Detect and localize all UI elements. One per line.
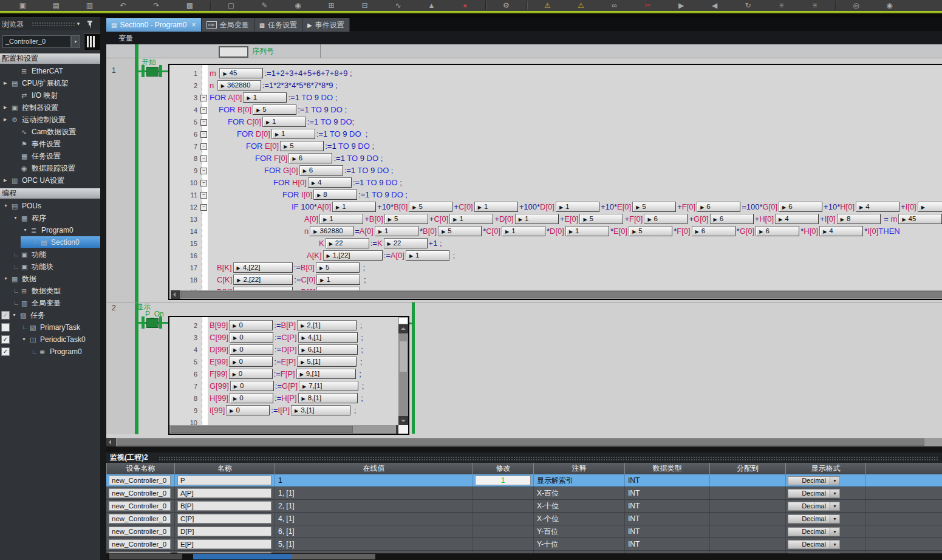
dropdown-arrow-icon[interactable]: ▼ — [830, 528, 839, 536]
watch-row-A[P][interactable]: new_Controller_0A[P]1, [1]X-百位INTDecimal… — [106, 487, 942, 500]
variables-bar[interactable]: 变量 — [106, 32, 942, 44]
monitor-value-box[interactable]: ▶6 — [710, 214, 754, 224]
zoom-out-icon[interactable]: ⊟ — [348, 0, 381, 11]
search-icon[interactable]: ◉ — [281, 0, 315, 11]
tree-expand-icon[interactable]: ▼ — [22, 333, 26, 346]
monitor-value-box[interactable]: ▶1 — [565, 226, 609, 236]
monitor-value-box[interactable]: ▶5 — [632, 202, 676, 212]
new-icon[interactable]: ▢ — [214, 0, 248, 11]
variable-name-cell[interactable]: C[P] — [177, 514, 271, 524]
sidebar-item-全局变量[interactable]: ∟▥全局变量 — [0, 297, 100, 309]
sidebar-item-数据[interactable]: ▼▦数据 — [0, 273, 100, 285]
sidebar-item-Program0[interactable]: ▼≣Program0 — [0, 224, 100, 236]
watch-hscrollbar[interactable] — [106, 553, 942, 560]
monitor-value-box[interactable]: ▶5 — [253, 104, 296, 115]
sidebar-item-运动控制设置[interactable]: ▶⚙运动控制设置 — [0, 114, 100, 126]
monitor-value-box[interactable]: ▶0 — [230, 344, 273, 355]
fold-collapse-icon[interactable] — [200, 204, 207, 211]
monitor-value-box[interactable]: ▶1 — [316, 275, 360, 285]
tree-expand-icon[interactable]: ▼ — [12, 309, 16, 321]
tree-expand-icon[interactable]: ▼ — [23, 224, 27, 236]
sidebar-item-数据类型[interactable]: ∟⊞数据类型 — [0, 285, 100, 297]
display-format-select[interactable]: Decimal▼ — [788, 502, 840, 511]
monitor-value-box[interactable]: ▶4 — [308, 177, 352, 188]
monitor-value-box[interactable]: ▶3,[1] — [291, 405, 350, 415]
fold-collapse-icon[interactable] — [200, 131, 207, 138]
delete-icon[interactable]: ▥ — [73, 0, 106, 11]
monitor-value-box[interactable]: ▶1 — [243, 92, 287, 103]
dropdown-arrow-icon[interactable]: ▼ — [830, 541, 839, 548]
monitor-value-box[interactable]: ▶6 — [299, 165, 343, 176]
watch-row-E[P][interactable]: new_Controller_0E[P]5, [1]Y-十位INTDecimal… — [106, 538, 942, 551]
monitor-value-box[interactable]: ▶5 — [409, 202, 452, 212]
watch-row-C[P][interactable]: new_Controller_0C[P]4, [1]X-个位INTDecimal… — [106, 513, 942, 525]
monitor-value-box[interactable]: ▶6,[1] — [298, 344, 358, 355]
monitor-value-box[interactable]: ▶1 — [262, 117, 306, 127]
monitor-value-box[interactable]: ▶6 — [756, 226, 799, 236]
monitor-value-box[interactable]: ▶0 — [226, 405, 270, 415]
rung2-contact[interactable] — [142, 316, 162, 329]
monitor-value-box[interactable]: ▶2,[1] — [297, 320, 357, 330]
display-format-select[interactable]: Decimal▼ — [788, 527, 840, 536]
display-format-select[interactable]: Decimal▼ — [788, 514, 840, 524]
monitor-value-box[interactable]: ▶5,[1] — [297, 357, 357, 367]
variable-name-cell[interactable]: A[P] — [177, 488, 271, 498]
chevron-down-icon[interactable]: ▼ — [76, 18, 81, 30]
monitor-value-box[interactable]: ▶8 — [313, 190, 357, 200]
fold-collapse-icon[interactable] — [200, 155, 207, 162]
rung1-contact[interactable] — [142, 65, 162, 77]
serial-box[interactable] — [219, 46, 248, 58]
task-checkbox[interactable] — [1, 323, 10, 332]
monitor-value-box[interactable]: ▶5 — [438, 226, 482, 236]
monitor-value-box[interactable]: ▶5 — [384, 214, 428, 224]
sidebar-item-事件设置[interactable]: ⚑事件设置 — [0, 138, 100, 150]
tab-0[interactable]: ▤Section0 - Program0× — [106, 18, 202, 32]
monitor-value-box[interactable]: ▶362880 — [310, 226, 353, 236]
monitor-value-box[interactable]: ▶1 — [271, 129, 315, 139]
panel-splitter[interactable] — [100, 17, 106, 560]
sidebar-item-Section0[interactable]: ∟▤Section0 — [0, 236, 100, 248]
monitor-value-box[interactable]: ▶6 — [288, 153, 332, 163]
monitor-value-box[interactable]: ▶1,[22] — [323, 250, 383, 261]
refresh-icon[interactable]: ↻ — [731, 0, 765, 11]
monitor-value-box[interactable]: ▶6 — [779, 202, 822, 212]
modify-value-cell[interactable]: 1 — [475, 476, 531, 485]
cut-icon[interactable]: ✂ — [631, 0, 664, 11]
watch-row-P[interactable]: new_Controller_0P11显示解索引INTDecimal▼ — [106, 474, 942, 487]
variable-name-cell[interactable]: P — [177, 476, 271, 485]
monitor-value-box[interactable]: ▶1 — [375, 226, 418, 236]
display-format-select[interactable]: Decimal▼ — [788, 489, 840, 498]
dropdown-arrow-icon[interactable]: ▼ — [830, 490, 839, 497]
task-checkbox[interactable]: ✓ — [1, 347, 10, 356]
variable-name-cell[interactable]: B[P] — [177, 501, 271, 511]
tree-expand-icon[interactable]: ▶ — [4, 114, 7, 126]
device-name-cell[interactable]: new_Controller_0 — [109, 488, 171, 498]
sidebar-item-POUs[interactable]: ▼▤POUs — [0, 200, 100, 212]
monitor-value-box[interactable]: ▶45 — [219, 68, 263, 78]
list-icon[interactable]: ≡ — [765, 0, 798, 11]
tree-expand-icon[interactable]: ▼ — [4, 200, 8, 212]
variable-name-cell[interactable]: E[P] — [177, 539, 271, 549]
box2-hscrollbar[interactable] — [169, 425, 406, 434]
sidebar-item-I/O 映射[interactable]: ⇄I/O 映射 — [0, 89, 100, 101]
fold-collapse-icon[interactable] — [200, 107, 207, 114]
pin-icon[interactable] — [87, 21, 93, 28]
error-icon[interactable]: ⚠ — [564, 0, 598, 11]
monitor-value-box[interactable]: ▶0 — [230, 381, 274, 391]
dropdown-arrow-icon[interactable]: ▼ — [830, 502, 839, 510]
monitor-value-box[interactable]: ▶362880 — [217, 80, 261, 90]
box1-hscrollbar[interactable] — [171, 290, 942, 299]
monitor-value-box[interactable]: ▶1 — [502, 226, 545, 236]
link-icon[interactable]: ∞ — [598, 0, 631, 11]
monitor-value-box[interactable]: ▶5 — [280, 141, 324, 151]
sidebar-item-EtherCAT[interactable]: ⊞EtherCAT — [0, 65, 100, 77]
controller-select[interactable]: _Controller_0 — [2, 35, 70, 48]
sidebar-item-数据跟踪设置[interactable]: ◉数据跟踪设置 — [0, 162, 100, 174]
fold-collapse-icon[interactable] — [200, 119, 207, 126]
fold-collapse-icon[interactable] — [200, 143, 207, 150]
variable-name-cell[interactable]: D[P] — [177, 527, 271, 536]
device-name-cell[interactable]: new_Controller_0 — [109, 476, 171, 485]
fold-collapse-icon[interactable] — [200, 95, 207, 101]
device-name-cell[interactable]: new_Controller_0 — [109, 501, 171, 511]
monitor-value-box[interactable]: ▶4,[22] — [233, 262, 293, 273]
